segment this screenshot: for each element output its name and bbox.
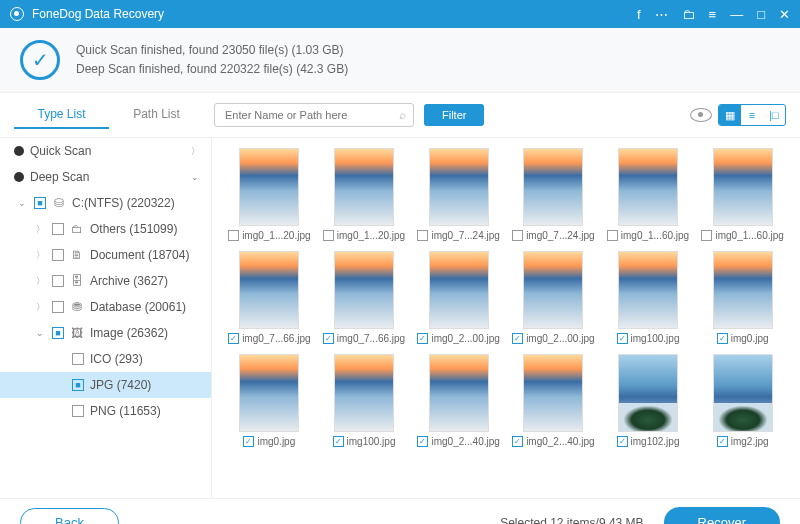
save-icon[interactable]: 🗀: [682, 7, 695, 22]
file-checkbox[interactable]: ✓: [617, 333, 628, 344]
file-checkbox[interactable]: ✓: [323, 333, 334, 344]
file-thumb[interactable]: ✓img0_7...66.jpg: [321, 251, 408, 344]
thumbnail-image: [429, 148, 489, 226]
file-checkbox[interactable]: ✓: [243, 436, 254, 447]
thumbnail-image: [713, 251, 773, 329]
search-input[interactable]: [214, 103, 414, 127]
drive-icon: ⛁: [52, 196, 66, 210]
checkbox-icon[interactable]: ■: [72, 379, 84, 391]
file-checkbox[interactable]: ✓: [417, 333, 428, 344]
file-name: img0_7...24.jpg: [431, 230, 499, 241]
filter-button[interactable]: Filter: [424, 104, 484, 126]
feedback-icon[interactable]: ⋯: [655, 7, 668, 22]
file-thumb[interactable]: ✓img100.jpg: [321, 354, 408, 447]
checkbox-icon[interactable]: ■: [52, 327, 64, 339]
recover-button[interactable]: Recover: [664, 507, 780, 524]
sidebar-item-archive[interactable]: 〉 🗄 Archive (3627): [0, 268, 211, 294]
thumbnail-image: [523, 354, 583, 432]
file-checkbox[interactable]: ✓: [333, 436, 344, 447]
tab-type-list[interactable]: Type List: [14, 101, 109, 129]
file-thumb[interactable]: img0_1...20.jpg: [226, 148, 313, 241]
file-checkbox[interactable]: ✓: [512, 436, 523, 447]
sidebar-label: Document (18704): [90, 248, 189, 262]
chevron-down-icon: ⌄: [36, 328, 46, 338]
maximize-icon[interactable]: □: [757, 7, 765, 22]
file-thumb[interactable]: ✓img0_2...00.jpg: [415, 251, 502, 344]
file-checkbox[interactable]: [607, 230, 618, 241]
checkbox-icon[interactable]: [72, 405, 84, 417]
file-checkbox[interactable]: [228, 230, 239, 241]
view-detail-icon[interactable]: |□: [763, 105, 785, 125]
tab-path-list[interactable]: Path List: [109, 101, 204, 129]
minimize-icon[interactable]: —: [730, 7, 743, 22]
file-checkbox[interactable]: [417, 230, 428, 241]
file-checkbox[interactable]: ✓: [617, 436, 628, 447]
view-list-icon[interactable]: ≡: [741, 105, 763, 125]
search-icon[interactable]: ⌕: [399, 108, 406, 122]
file-checkbox[interactable]: [512, 230, 523, 241]
file-thumb[interactable]: img0_1...20.jpg: [321, 148, 408, 241]
file-checkbox[interactable]: ✓: [512, 333, 523, 344]
file-thumb[interactable]: img0_1...60.jpg: [699, 148, 786, 241]
sidebar-item-jpg[interactable]: ■ JPG (7420): [0, 372, 211, 398]
checkbox-icon[interactable]: [52, 223, 64, 235]
file-thumb[interactable]: ✓img100.jpg: [605, 251, 692, 344]
thumbnail-image: [429, 251, 489, 329]
checkbox-icon[interactable]: [52, 249, 64, 261]
file-thumb[interactable]: ✓img2.jpg: [699, 354, 786, 447]
file-thumb[interactable]: ✓img0_2...40.jpg: [510, 354, 597, 447]
sidebar-item-document[interactable]: 〉 🗎 Document (18704): [0, 242, 211, 268]
sidebar-item-others[interactable]: 〉 🗀 Others (151099): [0, 216, 211, 242]
titlebar: FoneDog Data Recovery f ⋯ 🗀 ≡ — □ ✕: [0, 0, 800, 28]
thumbnail-image: [429, 354, 489, 432]
thumbnail-image: [334, 148, 394, 226]
sidebar-item-png[interactable]: PNG (11653): [0, 398, 211, 424]
file-checkbox[interactable]: ✓: [417, 436, 428, 447]
file-checkbox[interactable]: [323, 230, 334, 241]
file-thumb[interactable]: ✓img0_7...66.jpg: [226, 251, 313, 344]
file-thumb[interactable]: ✓img0.jpg: [699, 251, 786, 344]
chevron-right-icon: 〉: [36, 275, 46, 288]
view-grid-icon[interactable]: ▦: [719, 105, 741, 125]
file-checkbox[interactable]: ✓: [228, 333, 239, 344]
thumbnail-image: [239, 251, 299, 329]
sidebar-item-deep-scan[interactable]: Deep Scan ⌄: [0, 164, 211, 190]
thumbnail-image: [618, 251, 678, 329]
sidebar-label: Archive (3627): [90, 274, 168, 288]
close-icon[interactable]: ✕: [779, 7, 790, 22]
facebook-icon[interactable]: f: [637, 7, 641, 22]
sidebar-item-database[interactable]: 〉 ⛃ Database (20061): [0, 294, 211, 320]
sidebar-item-drive[interactable]: ⌄ ■ ⛁ C:(NTFS) (220322): [0, 190, 211, 216]
chevron-right-icon: 〉: [36, 223, 46, 236]
sidebar-item-ico[interactable]: ICO (293): [0, 346, 211, 372]
checkbox-icon[interactable]: ■: [34, 197, 46, 209]
checkbox-icon[interactable]: [52, 275, 64, 287]
file-thumb[interactable]: ✓img0_2...00.jpg: [510, 251, 597, 344]
file-thumb[interactable]: ✓img102.jpg: [605, 354, 692, 447]
sidebar-label: JPG (7420): [90, 378, 151, 392]
file-checkbox[interactable]: [701, 230, 712, 241]
back-button[interactable]: Back: [20, 508, 119, 524]
thumbnail-image: [618, 148, 678, 226]
preview-eye-icon[interactable]: [690, 108, 712, 122]
file-thumb[interactable]: img0_1...60.jpg: [605, 148, 692, 241]
sidebar-item-quick-scan[interactable]: Quick Scan 〉: [0, 138, 211, 164]
file-name: img0.jpg: [257, 436, 295, 447]
file-checkbox[interactable]: ✓: [717, 436, 728, 447]
file-thumb[interactable]: ✓img0.jpg: [226, 354, 313, 447]
bullet-icon: [14, 146, 24, 156]
file-thumb[interactable]: img0_7...24.jpg: [510, 148, 597, 241]
checkbox-icon[interactable]: [72, 353, 84, 365]
chevron-right-icon: 〉: [36, 249, 46, 262]
chevron-down-icon: ⌄: [191, 172, 201, 182]
sidebar-item-image[interactable]: ⌄ ■ 🖼 Image (26362): [0, 320, 211, 346]
file-thumb[interactable]: img0_7...24.jpg: [415, 148, 502, 241]
checkbox-icon[interactable]: [52, 301, 64, 313]
status-line-deep: Deep Scan finished, found 220322 file(s)…: [76, 60, 348, 79]
footer: Back Selected 12 items/9.43 MB Recover: [0, 498, 800, 524]
file-checkbox[interactable]: ✓: [717, 333, 728, 344]
file-name: img0_2...40.jpg: [526, 436, 594, 447]
menu-icon[interactable]: ≡: [709, 7, 717, 22]
file-thumb[interactable]: ✓img0_2...40.jpg: [415, 354, 502, 447]
app-title: FoneDog Data Recovery: [32, 7, 637, 21]
